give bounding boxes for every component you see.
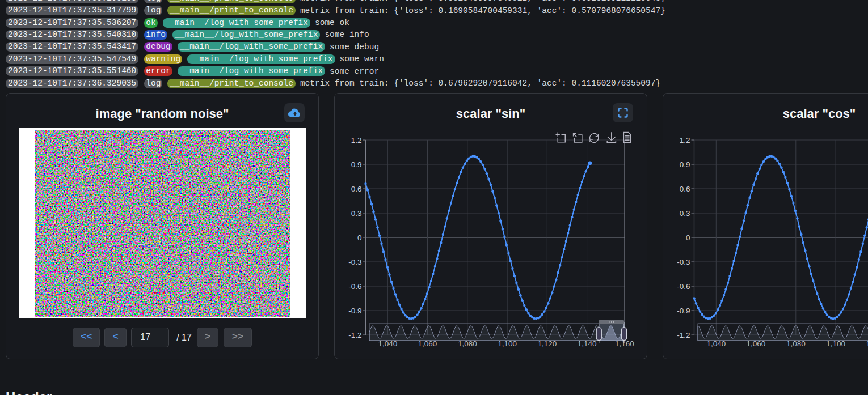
svg-text:0.6: 0.6 — [351, 185, 362, 193]
svg-text:0.9: 0.9 — [351, 160, 362, 169]
svg-text:-0.3: -0.3 — [677, 258, 690, 266]
svg-text:-0.6: -0.6 — [348, 282, 361, 291]
svg-text:0.6: 0.6 — [680, 185, 690, 193]
svg-text:-0.3: -0.3 — [348, 258, 361, 266]
svg-text:-0.9: -0.9 — [348, 307, 361, 315]
svg-text:0.3: 0.3 — [351, 209, 362, 218]
svg-text:-1.2: -1.2 — [677, 331, 690, 339]
svg-text:0: 0 — [686, 233, 690, 242]
svg-text:0.3: 0.3 — [680, 209, 690, 218]
svg-text:0.9: 0.9 — [680, 160, 690, 169]
svg-text:1.2: 1.2 — [351, 136, 362, 145]
svg-text:0: 0 — [357, 233, 362, 242]
svg-text:-1.2: -1.2 — [348, 331, 361, 339]
svg-text:1.2: 1.2 — [680, 136, 690, 145]
svg-text:-0.6: -0.6 — [677, 282, 690, 291]
svg-text:-0.9: -0.9 — [677, 307, 690, 315]
